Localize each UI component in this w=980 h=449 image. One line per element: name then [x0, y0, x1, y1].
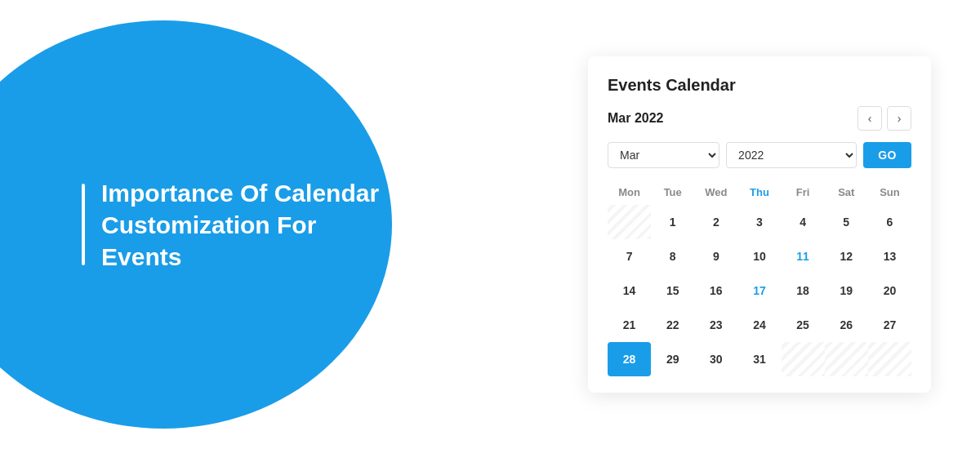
day-24[interactable]: 24 [737, 308, 781, 342]
calendar-selectors: JanFebMarApr MayJunJulAug SepOctNovDec 2… [608, 142, 911, 168]
calendar-nav-buttons: ‹ › [858, 106, 911, 131]
day-14[interactable]: 14 [608, 273, 651, 308]
left-section: Importance Of Calendar Customization For… [0, 0, 506, 449]
month-select[interactable]: JanFebMarApr MayJunJulAug SepOctNovDec [608, 142, 719, 168]
empty-cell [868, 342, 911, 376]
table-row: 1 2 3 4 5 6 [608, 205, 911, 239]
left-content: Importance Of Calendar Customization For… [82, 177, 395, 273]
table-row: 7 8 9 10 11 12 13 [608, 239, 911, 273]
day-9[interactable]: 9 [694, 239, 737, 273]
calendar-card: Events Calendar Mar 2022 ‹ › JanFebMarAp… [588, 56, 931, 393]
day-26[interactable]: 26 [825, 308, 868, 342]
empty-cell [608, 205, 651, 239]
page-title: Importance Of Calendar Customization For… [101, 177, 395, 273]
header-sun: Sun [868, 181, 911, 205]
day-21[interactable]: 21 [608, 308, 651, 342]
weekday-header-row: Mon Tue Wed Thu Fri Sat Sun [608, 181, 911, 205]
day-6[interactable]: 6 [868, 205, 911, 239]
day-20[interactable]: 20 [868, 273, 911, 308]
day-19[interactable]: 19 [825, 273, 868, 308]
day-27[interactable]: 27 [868, 308, 911, 342]
day-2[interactable]: 2 [694, 205, 737, 239]
header-wed: Wed [694, 181, 737, 205]
day-17[interactable]: 17 [737, 273, 781, 308]
calendar-heading: Events Calendar [608, 76, 911, 95]
left-border-accent [82, 184, 85, 265]
day-28-selected[interactable]: 28 [608, 342, 651, 376]
day-5[interactable]: 5 [825, 205, 868, 239]
calendar-grid: Mon Tue Wed Thu Fri Sat Sun 1 2 3 4 5 [608, 181, 911, 376]
right-section: Events Calendar Mar 2022 ‹ › JanFebMarAp… [588, 56, 931, 393]
header-mon: Mon [608, 181, 651, 205]
day-11[interactable]: 11 [782, 239, 825, 273]
empty-cell [782, 342, 825, 376]
prev-month-button[interactable]: ‹ [858, 106, 882, 131]
day-16[interactable]: 16 [694, 273, 737, 308]
day-30[interactable]: 30 [694, 342, 737, 376]
year-select[interactable]: 20202021202220232024 [726, 142, 857, 168]
header-fri: Fri [782, 181, 825, 205]
day-13[interactable]: 13 [868, 239, 911, 273]
day-4[interactable]: 4 [782, 205, 825, 239]
day-31[interactable]: 31 [737, 342, 781, 376]
day-25[interactable]: 25 [782, 308, 825, 342]
day-29[interactable]: 29 [651, 342, 694, 376]
day-7[interactable]: 7 [608, 239, 651, 273]
header-thu: Thu [737, 181, 781, 205]
day-1[interactable]: 1 [651, 205, 694, 239]
day-8[interactable]: 8 [651, 239, 694, 273]
header-tue: Tue [651, 181, 694, 205]
day-23[interactable]: 23 [694, 308, 737, 342]
next-month-button[interactable]: › [887, 106, 911, 131]
calendar-month-year: Mar 2022 [608, 111, 664, 126]
day-15[interactable]: 15 [651, 273, 694, 308]
header-sat: Sat [825, 181, 868, 205]
day-22[interactable]: 22 [651, 308, 694, 342]
day-18[interactable]: 18 [782, 273, 825, 308]
calendar-nav: Mar 2022 ‹ › [608, 106, 911, 131]
empty-cell [825, 342, 868, 376]
day-3[interactable]: 3 [737, 205, 781, 239]
table-row: 28 29 30 31 [608, 342, 911, 376]
day-12[interactable]: 12 [825, 239, 868, 273]
go-button[interactable]: GO [863, 142, 911, 168]
day-10[interactable]: 10 [737, 239, 781, 273]
table-row: 21 22 23 24 25 26 27 [608, 308, 911, 342]
table-row: 14 15 16 17 18 19 20 [608, 273, 911, 308]
